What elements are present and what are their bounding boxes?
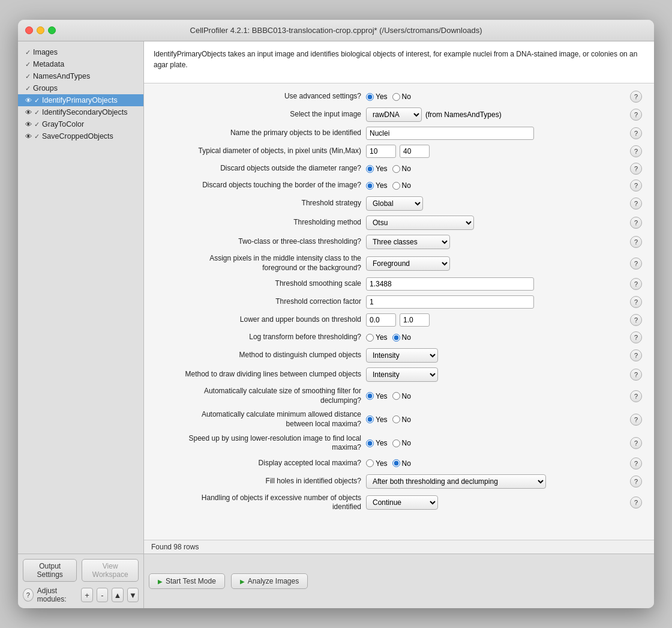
analyze-images-button[interactable]: ▶ Analyze Images bbox=[231, 573, 308, 589]
input-threshold-correction[interactable] bbox=[366, 295, 534, 309]
radio-yes-display-maxima[interactable]: Yes bbox=[366, 459, 388, 468]
radio-yes-discard-border[interactable]: Yes bbox=[366, 181, 388, 190]
sidebar-item-graytocolour[interactable]: 👁 ✓ GrayToColor bbox=[18, 118, 143, 130]
radio-input-no-discard-border[interactable] bbox=[392, 182, 400, 190]
input-threshold-smoothing[interactable] bbox=[366, 277, 534, 291]
dropdown-thresholding-method[interactable]: Otsu Minimum Cross Entropy Robust Backgr… bbox=[366, 216, 474, 230]
help-threshold-strategy[interactable]: ? bbox=[630, 198, 642, 210]
radio-input-no-discard-outside[interactable] bbox=[392, 165, 400, 173]
help-lower-upper-bounds[interactable]: ? bbox=[630, 314, 642, 326]
help-fill-holes[interactable]: ? bbox=[630, 476, 642, 488]
radio-input-no-auto-min-distance[interactable] bbox=[392, 415, 400, 423]
input-diameter-min[interactable] bbox=[366, 145, 396, 158]
help-display-maxima[interactable]: ? bbox=[630, 457, 642, 469]
radio-input-yes-display-maxima[interactable] bbox=[366, 459, 374, 467]
radio-no-use-advanced[interactable]: No bbox=[392, 92, 411, 101]
start-test-mode-button[interactable]: ▶ Start Test Mode bbox=[149, 573, 225, 589]
radio-input-yes-auto-min-distance[interactable] bbox=[366, 415, 374, 423]
dropdown-handling-objects[interactable]: Continue Erase Keep bbox=[366, 495, 438, 510]
input-lower-bound[interactable] bbox=[366, 313, 396, 327]
help-assign-pixels[interactable]: ? bbox=[630, 258, 642, 270]
help-two-three-class[interactable]: ? bbox=[630, 236, 642, 248]
help-speed-up[interactable]: ? bbox=[630, 437, 642, 449]
radio-no-discard-border[interactable]: No bbox=[392, 181, 411, 190]
help-discard-outside[interactable]: ? bbox=[630, 163, 642, 175]
dropdown-two-three-class[interactable]: Two classes Three classes bbox=[366, 235, 450, 249]
radio-yes-log-transform[interactable]: Yes bbox=[366, 333, 388, 342]
close-button[interactable] bbox=[25, 26, 33, 34]
radio-input-yes-speed-up[interactable] bbox=[366, 439, 374, 447]
help-use-advanced[interactable]: ? bbox=[630, 91, 642, 103]
help-log-transform[interactable]: ? bbox=[630, 331, 642, 343]
radio-yes-speed-up[interactable]: Yes bbox=[366, 439, 388, 447]
help-footer-button[interactable]: ? bbox=[23, 588, 34, 602]
radio-no-auto-smoothing[interactable]: No bbox=[392, 392, 411, 400]
input-primary-objects-name[interactable] bbox=[366, 127, 534, 140]
help-threshold-smoothing[interactable]: ? bbox=[630, 278, 642, 290]
remove-module-button[interactable]: - bbox=[97, 588, 108, 602]
sidebar-item-identifyprimaryobjects[interactable]: 👁 ✓ IdentifyPrimaryObjects bbox=[18, 94, 143, 106]
footer-top-buttons: Output Settings View Workspace bbox=[23, 559, 139, 582]
dropdown-fill-holes[interactable]: After both thresholding and declumping A… bbox=[366, 474, 546, 489]
radio-no-speed-up[interactable]: No bbox=[392, 439, 411, 447]
help-input-image[interactable]: ? bbox=[630, 109, 642, 121]
label-fill-holes: Fill holes in identified objects? bbox=[144, 477, 366, 486]
dropdown-assign-pixels[interactable]: Foreground Background bbox=[366, 256, 450, 271]
settings-area: Use advanced settings? Yes No ? bbox=[144, 83, 654, 540]
radio-no-display-maxima[interactable]: No bbox=[392, 459, 411, 468]
radio-input-yes-discard-border[interactable] bbox=[366, 182, 374, 190]
dropdown-threshold-strategy[interactable]: Global Adaptive Manual bbox=[366, 196, 423, 211]
dropdown-distinguish-clumped[interactable]: Intensity Shape None bbox=[366, 348, 438, 363]
sidebar-item-metadata[interactable]: ✓ Metadata bbox=[18, 58, 143, 70]
eye-icon: 👁 bbox=[25, 121, 32, 128]
sidebar-item-images[interactable]: ✓ Images bbox=[18, 46, 143, 58]
help-diameter[interactable]: ? bbox=[630, 145, 642, 157]
help-thresholding-method[interactable]: ? bbox=[630, 217, 642, 229]
maximize-button[interactable] bbox=[48, 26, 56, 34]
radio-yes-auto-smoothing[interactable]: Yes bbox=[366, 392, 388, 400]
radio-input-no-speed-up[interactable] bbox=[392, 439, 400, 447]
radio-input-no-auto-smoothing[interactable] bbox=[392, 392, 400, 400]
radio-no-auto-min-distance[interactable]: No bbox=[392, 415, 411, 424]
dropdown-input-image[interactable]: rawDNA bbox=[366, 107, 422, 122]
radio-yes-auto-min-distance[interactable]: Yes bbox=[366, 415, 388, 424]
minimize-button[interactable] bbox=[37, 26, 44, 34]
radio-input-no-display-maxima[interactable] bbox=[392, 459, 400, 467]
radio-input-yes-use-advanced[interactable] bbox=[366, 93, 374, 101]
radio-no-discard-outside[interactable]: No bbox=[392, 165, 411, 173]
output-settings-button[interactable]: Output Settings bbox=[23, 559, 77, 582]
view-workspace-button[interactable]: View Workspace bbox=[82, 559, 139, 582]
label-discard-outside: Discard objects outside the diameter ran… bbox=[144, 164, 366, 174]
radio-input-yes-auto-smoothing[interactable] bbox=[366, 392, 374, 400]
sidebar-label-groups: Groups bbox=[33, 84, 58, 92]
label-auto-smoothing: Automatically calculate size of smoothin… bbox=[144, 387, 366, 405]
sidebar-item-savecroppedobjects[interactable]: 👁 ✓ SaveCroppedObjects bbox=[18, 130, 143, 142]
move-down-button[interactable]: ▼ bbox=[127, 588, 139, 602]
radio-input-no-use-advanced[interactable] bbox=[392, 93, 400, 101]
sidebar-item-identifysecondaryobjects[interactable]: 👁 ✓ IdentifySecondaryObjects bbox=[18, 106, 143, 118]
help-auto-smoothing[interactable]: ? bbox=[630, 390, 642, 402]
sidebar-item-namesandtypes[interactable]: ✓ NamesAndTypes bbox=[18, 70, 143, 82]
help-discard-border[interactable]: ? bbox=[630, 180, 642, 192]
row-threshold-smoothing: Threshold smoothing scale ? bbox=[144, 275, 654, 293]
add-module-button[interactable]: + bbox=[81, 588, 92, 602]
sidebar-item-groups[interactable]: ✓ Groups bbox=[18, 82, 143, 94]
move-up-button[interactable]: ▲ bbox=[112, 588, 123, 602]
radio-input-yes-log-transform[interactable] bbox=[366, 334, 374, 342]
radio-input-yes-discard-outside[interactable] bbox=[366, 165, 374, 173]
radio-input-no-log-transform[interactable] bbox=[392, 334, 400, 342]
radio-no-log-transform[interactable]: No bbox=[392, 333, 411, 342]
radio-yes-use-advanced[interactable]: Yes bbox=[366, 92, 388, 101]
control-log-transform: Yes No bbox=[366, 333, 630, 342]
dropdown-draw-dividing[interactable]: Intensity Shape None bbox=[366, 367, 438, 382]
help-auto-min-distance[interactable]: ? bbox=[630, 414, 642, 426]
help-threshold-correction[interactable]: ? bbox=[630, 296, 642, 308]
help-primary-objects-name[interactable]: ? bbox=[630, 127, 642, 139]
input-diameter-max[interactable] bbox=[400, 145, 430, 158]
help-draw-dividing[interactable]: ? bbox=[630, 369, 642, 381]
help-handling-objects[interactable]: ? bbox=[630, 497, 642, 509]
radio-yes-discard-outside[interactable]: Yes bbox=[366, 165, 388, 173]
control-threshold-correction bbox=[366, 295, 630, 309]
help-distinguish-clumped[interactable]: ? bbox=[630, 349, 642, 361]
input-upper-bound[interactable] bbox=[400, 313, 430, 327]
